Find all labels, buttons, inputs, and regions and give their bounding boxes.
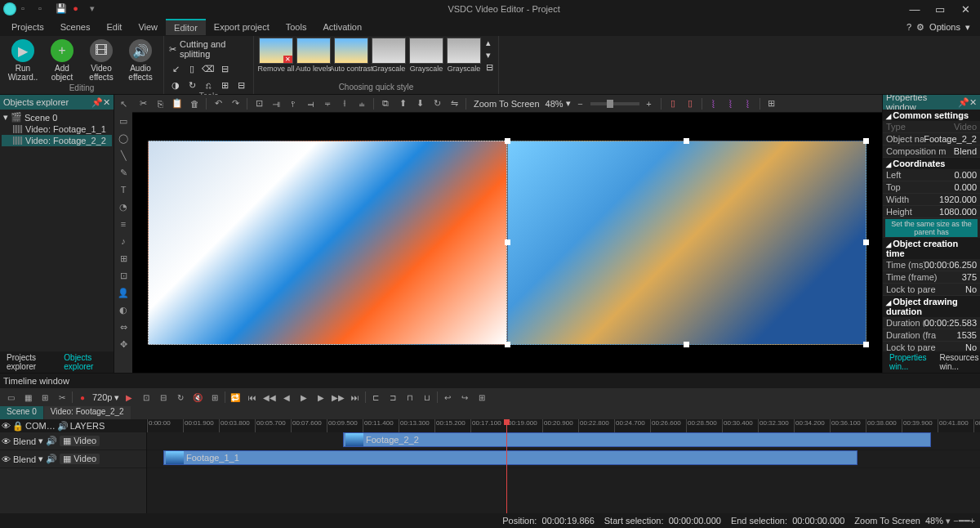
tool-icon[interactable]: ▯ [185, 62, 198, 75]
frame-back-icon[interactable]: ◀ [279, 390, 294, 405]
tool-icon[interactable]: ⊟ [234, 78, 247, 92]
paste-icon[interactable]: 📋 [170, 96, 185, 111]
rotate-icon[interactable]: ↻ [430, 96, 444, 111]
marker-purple-icon[interactable]: ⦚ [706, 96, 721, 111]
delete-icon[interactable]: 🗑 [187, 96, 202, 111]
menu-projects[interactable]: Projects [3, 20, 52, 34]
menu-editor[interactable]: Editor [166, 19, 206, 35]
resize-handle[interactable] [505, 239, 510, 245]
preview-area[interactable] [132, 113, 882, 373]
qat-new-icon[interactable]: ▫ [21, 3, 33, 15]
tl-icon[interactable]: ↪ [457, 390, 472, 405]
tl-icon[interactable]: ⊐ [385, 390, 400, 405]
resize-handle[interactable] [684, 138, 689, 144]
audio-effects-button[interactable]: 🔊Audio effects [122, 38, 158, 83]
vtool-icon[interactable]: ⊞ [116, 251, 131, 266]
tree-item-1[interactable]: Video: Footage_1_1 [2, 123, 112, 135]
chevron-down-icon[interactable]: ▾ [114, 392, 119, 403]
vtool-icon[interactable]: ⇔ [116, 320, 131, 334]
timeline-clip-1[interactable]: Footage_2_2 [343, 432, 931, 447]
tl-icon[interactable]: ⊔ [420, 390, 434, 405]
resize-handle[interactable] [684, 342, 689, 347]
menu-export[interactable]: Export project [206, 20, 278, 34]
tab-resources[interactable]: Resources win... [933, 351, 980, 373]
resize-handle[interactable] [863, 239, 869, 245]
flip-icon[interactable]: ⇋ [447, 96, 461, 111]
resize-handle[interactable] [505, 138, 510, 144]
step-back-icon[interactable]: ◀◀ [262, 390, 277, 405]
eye-icon[interactable]: 👁 [2, 436, 11, 446]
tl-tool-icon[interactable]: ▭ [3, 390, 18, 405]
tl-icon[interactable]: ⊟ [156, 390, 171, 405]
cut-icon[interactable]: ✂ [136, 96, 150, 111]
align-left-icon[interactable]: ⫣ [269, 96, 283, 111]
zoom-in-icon[interactable]: + [642, 96, 657, 111]
vtool-icon[interactable]: ♪ [116, 234, 131, 248]
menu-scenes[interactable]: Scenes [52, 20, 99, 34]
style-grayscale-3[interactable]: Grayscale [447, 38, 481, 73]
tool-icon[interactable]: ⊟ [218, 62, 231, 75]
vtool-icon[interactable]: ✥ [116, 337, 131, 351]
vtool-icon[interactable]: ≡ [116, 217, 131, 231]
marker-purple-3-icon[interactable]: ⦚ [741, 96, 755, 111]
options-dropdown-icon[interactable]: ▾ [965, 22, 970, 33]
property-action-button[interactable]: Set the same size as the parent has [885, 219, 978, 237]
speaker-icon[interactable]: 🔊 [46, 454, 57, 464]
vtool-icon[interactable]: ◐ [116, 302, 131, 317]
style-up-icon[interactable]: ▴ [486, 38, 493, 48]
panel-close-icon[interactable]: ✕ [103, 97, 110, 108]
tl-icon[interactable]: ⊓ [403, 390, 417, 405]
vtool-icon[interactable]: ◔ [116, 199, 131, 214]
track-row-1[interactable]: 👁 Blend ▾ 🔊 ▦ Video [0, 432, 146, 450]
vtool-icon[interactable]: ▭ [116, 114, 131, 128]
vtool-icon[interactable]: ✎ [116, 165, 131, 180]
track-row-2[interactable]: 👁 Blend ▾ 🔊 ▦ Video [0, 450, 146, 468]
close-button[interactable]: ✕ [954, 3, 977, 16]
tl-icon[interactable]: ↻ [173, 390, 188, 405]
align-top-icon[interactable]: ⫧ [320, 96, 335, 111]
tl-icon[interactable]: ↩ [440, 390, 455, 405]
run-wizard-button[interactable]: ▶Run Wizard.. [5, 38, 41, 83]
panel-close-icon[interactable]: ✕ [969, 97, 977, 108]
options-label[interactable]: Options [929, 22, 960, 32]
loop-icon[interactable]: 🔁 [228, 390, 243, 405]
tree-scene-root[interactable]: ▾🎬Scene 0 [2, 111, 112, 123]
tl-icon[interactable]: ⊏ [368, 390, 383, 405]
style-more-icon[interactable]: ⊟ [486, 62, 493, 73]
menu-activation[interactable]: Activation [314, 20, 370, 34]
maximize-button[interactable]: ▭ [929, 3, 951, 16]
redo-icon[interactable]: ↷ [228, 96, 243, 111]
tool-icon[interactable]: ↻ [185, 78, 198, 92]
style-grayscale-1[interactable]: Grayscale [372, 38, 406, 73]
chevron-down-icon[interactable]: ▾ [38, 454, 43, 464]
timeline-tab-clip[interactable]: Video: Footage_2_2 [44, 406, 131, 419]
vtool-icon[interactable]: 👤 [116, 285, 131, 300]
tab-properties[interactable]: Properties win... [883, 351, 933, 373]
preview-video-1[interactable] [148, 141, 507, 345]
tool-icon[interactable]: ↙ [169, 62, 182, 75]
timeline-tracks-area[interactable]: 0:00:0000:01.90000:03.80000:05.70000:07.… [147, 419, 980, 513]
speaker-icon[interactable]: 🔊 [57, 421, 69, 432]
align-center-v-icon[interactable]: ⫲ [337, 96, 352, 111]
style-auto-contrast[interactable]: Auto contrast [334, 38, 368, 73]
back-icon[interactable]: ⬇ [412, 96, 427, 111]
tl-icon[interactable]: ⊞ [207, 390, 222, 405]
zoom-out-icon[interactable]: − [573, 96, 588, 111]
play-preview-icon[interactable]: ▶ [122, 390, 136, 405]
tl-tool-icon[interactable]: ▦ [20, 390, 35, 405]
align-bottom-icon[interactable]: ⫨ [354, 96, 369, 111]
tl-icon[interactable]: ⊞ [474, 390, 489, 405]
timeline-clip-2[interactable]: Footage_1_1 [163, 450, 858, 465]
gear-icon[interactable]: ⚙ [916, 22, 924, 33]
front-icon[interactable]: ⬆ [395, 96, 410, 111]
vtool-icon[interactable]: ↖ [116, 96, 131, 111]
marker-purple-2-icon[interactable]: ⦚ [724, 96, 738, 111]
tree-item-2[interactable]: Video: Footage_2_2 [2, 135, 112, 146]
qat-open-icon[interactable]: ▫ [38, 3, 50, 15]
vtool-icon[interactable]: ◯ [116, 131, 131, 145]
tool-icon[interactable]: ⎌ [202, 78, 215, 92]
align-icon[interactable]: ⊡ [252, 96, 266, 111]
tab-projects-explorer[interactable]: Projects explorer [0, 351, 57, 373]
video-effects-button[interactable]: 🎞Video effects [83, 38, 119, 83]
vtool-icon[interactable]: ⊡ [116, 268, 131, 283]
